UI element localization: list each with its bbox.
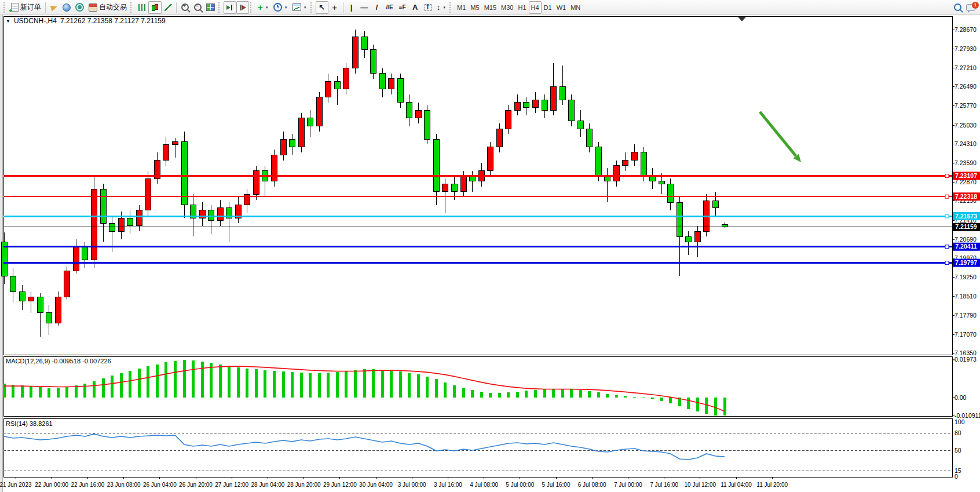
chart-shift-button[interactable] [236, 1, 249, 14]
time-tick-label: 11 Jul 20:00 [756, 482, 788, 488]
timeframe-label: D1 [544, 4, 552, 11]
timeframe-M30[interactable]: M30 [499, 1, 515, 14]
timeframe-label: M30 [501, 4, 513, 11]
cursor-button[interactable]: ↖ [316, 1, 328, 14]
price-tick-label: 7.20690 [955, 236, 977, 243]
indicators-icon: + [258, 3, 263, 12]
new-order-button[interactable]: 新订单 [9, 1, 43, 14]
fibonacci-button[interactable]: ≡F [396, 1, 409, 14]
time-tick-label: 21 Jun 2023 [0, 482, 32, 488]
candle-chart-icon [151, 3, 159, 12]
community-button[interactable] [60, 1, 73, 14]
chart-canvas[interactable]: 7.286707.279307.272107.264907.257707.250… [0, 15, 980, 492]
toolbar-grip [310, 2, 313, 13]
candle [397, 74, 403, 108]
timeframe-MN[interactable]: MN [568, 1, 583, 14]
price-tick-label: 7.18510 [955, 293, 977, 300]
channel-icon: //E [386, 5, 393, 10]
signals-button[interactable] [73, 1, 86, 14]
price-tick-label: 7.17070 [955, 331, 977, 338]
price-axis: 7.286707.279307.272107.264907.257707.250… [952, 26, 977, 357]
candle [488, 142, 493, 176]
time-tick-label: 22 Jun 00:00 [35, 482, 68, 488]
collapse-icon[interactable]: ▼ [6, 19, 10, 24]
arrows-icon: ↕ [437, 3, 441, 11]
tile-windows-button[interactable] [204, 1, 217, 14]
chevron-down-icon: ▼ [303, 6, 307, 9]
candle-chart-button[interactable] [148, 1, 162, 14]
search-button[interactable] [951, 1, 964, 14]
arrows-button[interactable]: ↕▼ [434, 1, 448, 14]
candle [316, 92, 322, 132]
macd-panel [3, 356, 952, 416]
rsi-axis-label: 50 [955, 447, 961, 454]
chart-shift-icon [239, 4, 247, 11]
line-handle [945, 214, 949, 218]
timeframe-W1[interactable]: W1 [554, 1, 569, 14]
text-label-button[interactable]: T [422, 1, 434, 14]
timeframe-M5[interactable]: M5 [468, 1, 481, 14]
indicators-button[interactable]: +▼ [255, 1, 271, 14]
toolbar-grip [449, 2, 452, 13]
price-tick-label: 7.19250 [955, 274, 977, 280]
zoom-in-button[interactable] [178, 1, 191, 14]
price-tick-label: 7.23590 [955, 159, 977, 166]
line-chart-icon [164, 4, 172, 11]
time-tick-label: 29 Jun 12:00 [323, 482, 357, 488]
toolbar-button-label: 新订单 [20, 2, 41, 12]
auto-scroll-icon [226, 4, 234, 11]
price-line-tag-label: 7.20411 [955, 243, 977, 250]
price-tick-label: 7.24310 [955, 140, 977, 147]
timeframe-M15[interactable]: M15 [482, 1, 499, 14]
time-tick-label: 27 Jun 12:00 [215, 482, 248, 488]
chat-button[interactable]: 1 [964, 1, 978, 14]
bar-chart-button[interactable] [136, 1, 148, 14]
bar-chart-icon [138, 4, 146, 11]
time-tick-label: 3 Jul 16:00 [434, 482, 462, 488]
time-tick-label: 28 Jun 20:00 [287, 482, 321, 488]
auto-trading-button[interactable]: 自动交易 [86, 1, 129, 14]
toolbar-separator [176, 2, 177, 13]
line-handle [945, 195, 949, 198]
vertical-line-button[interactable]: | [345, 1, 358, 14]
time-tick-label: 22 Jun 16:00 [71, 482, 104, 488]
time-tick-label: 11 Jul 04:00 [721, 482, 752, 488]
price-line-tag-label: 7.23107 [955, 172, 977, 179]
templates-button[interactable]: ▼ [290, 1, 309, 14]
chevron-down-icon: ▼ [443, 6, 446, 9]
time-axis: 21 Jun 202322 Jun 00:0022 Jun 16:0023 Ju… [0, 477, 788, 488]
periods-button[interactable]: ▼ [271, 1, 290, 14]
timeframe-label: MN [571, 4, 580, 11]
chart-window[interactable]: 7.286707.279307.272107.264907.257707.250… [0, 15, 980, 492]
horn-button[interactable] [47, 1, 60, 14]
time-tick-label: 26 Jun 04:00 [143, 482, 177, 488]
auto-scroll-button[interactable] [224, 1, 236, 14]
toolbar-grip [3, 2, 6, 13]
signal-icon [75, 3, 84, 12]
trend-line-button[interactable]: / [371, 1, 383, 14]
toolbar-separator [45, 2, 46, 13]
timeframe-label: M5 [470, 4, 479, 11]
candle [181, 132, 187, 218]
text-button[interactable]: A [409, 1, 422, 14]
timeframe-label: H1 [518, 4, 526, 11]
macd-indicator-label: MACD(12,26,9) -0.009518 -0.007226 [6, 358, 111, 365]
line-handle [945, 245, 949, 249]
zoom-out-button[interactable] [191, 1, 204, 14]
channel-button[interactable]: //E [383, 1, 396, 14]
macd-axis-label: 0.00 [955, 394, 967, 401]
timeframe-H1[interactable]: H1 [515, 1, 528, 14]
candle [55, 291, 61, 326]
timeframe-D1[interactable]: D1 [542, 1, 554, 14]
timeframe-M1[interactable]: M1 [455, 1, 468, 14]
line-chart-button[interactable] [162, 1, 174, 14]
timeframe-H4[interactable]: H4 [529, 1, 542, 14]
price-line-tag-label: 7.21573 [955, 213, 977, 220]
horizontal-line-button[interactable]: — [358, 1, 371, 14]
trend-line-icon: / [376, 3, 378, 11]
crosshair-button[interactable]: + [328, 1, 341, 14]
timeframe-label: H4 [531, 4, 539, 11]
time-tick-label: 4 Jul 08:00 [470, 482, 498, 488]
candle [253, 166, 259, 200]
candle [272, 150, 277, 187]
